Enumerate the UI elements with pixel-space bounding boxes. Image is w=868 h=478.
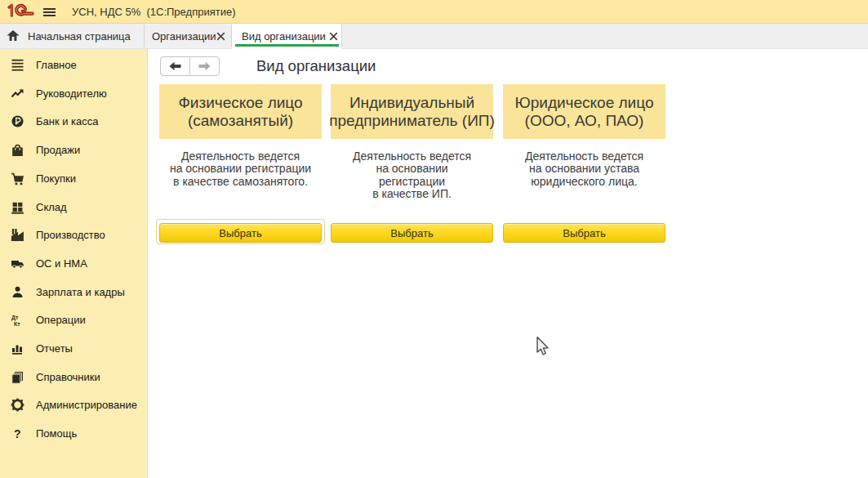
- svg-text:Кт: Кт: [14, 321, 20, 327]
- svg-text:?: ?: [14, 427, 21, 440]
- svg-text:Дт: Дт: [11, 315, 19, 321]
